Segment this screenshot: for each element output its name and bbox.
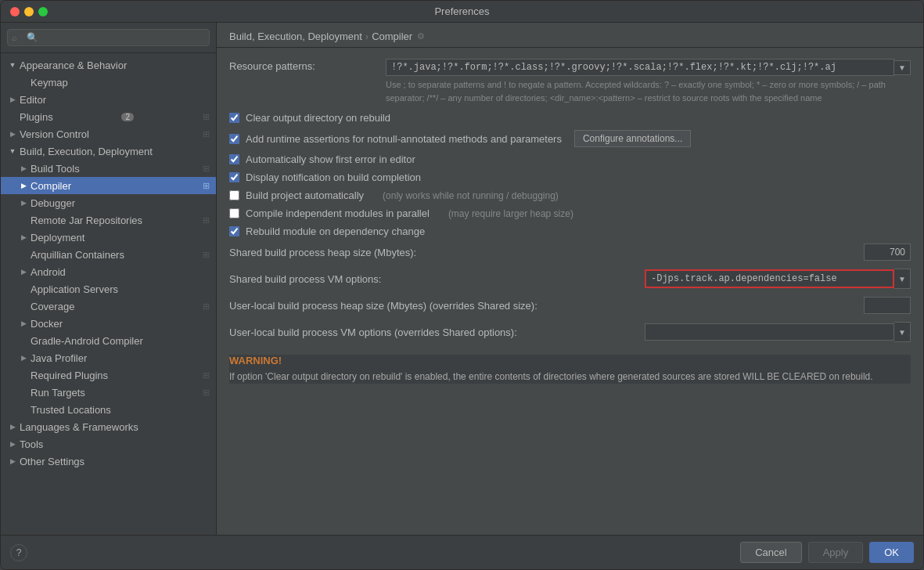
add-assertions-label: Add runtime assertions for notnull-annot… (246, 133, 562, 145)
resource-patterns-input[interactable] (386, 59, 894, 76)
content-body: Resource patterns: ▼ Use ; to separate p… (217, 48, 923, 535)
resource-patterns-row: Resource patterns: ▼ Use ; to separate p… (229, 59, 911, 104)
sidebar-item-version-control[interactable]: ▶ Version Control ⊞ (1, 125, 216, 142)
sidebar-item-label: Application Servers (31, 283, 118, 295)
sidebar-item-label: Build Tools (31, 163, 80, 175)
user-heap-label: User-local build process heap size (Mbyt… (229, 300, 864, 312)
arrow-icon (18, 404, 29, 415)
sidebar-item-label: Required Plugins (31, 370, 108, 381)
warning-title: WARNING! (229, 355, 911, 366)
preferences-window: Preferences ⌕ ▼ Appearance & Behavior Ke… (0, 0, 924, 570)
titlebar: Preferences (1, 1, 923, 23)
clear-output-row: Clear output directory on rebuild (229, 112, 911, 124)
sidebar-item-tools[interactable]: ▶ Tools (1, 435, 216, 453)
arrow-icon: ▼ (7, 60, 18, 70)
external-icon: ⊞ (203, 215, 210, 225)
sidebar-item-app-servers[interactable]: Application Servers (1, 280, 216, 298)
user-vm-row: User-local build process VM options (ove… (229, 322, 911, 342)
search-wrapper: ⌕ (7, 29, 210, 46)
arrow-icon: ▶ (7, 128, 18, 139)
bottom-left: ? (10, 544, 27, 561)
sidebar-item-label: Version Control (20, 128, 89, 140)
build-auto-checkbox[interactable] (229, 190, 239, 200)
arrow-icon (18, 249, 29, 260)
user-vm-input[interactable] (645, 323, 894, 341)
close-button[interactable] (10, 7, 20, 16)
search-icon: ⌕ (12, 33, 17, 42)
display-notification-checkbox[interactable] (229, 172, 239, 182)
arrow-icon (18, 335, 29, 346)
shared-heap-label: Shared build process heap size (Mbytes): (229, 247, 864, 258)
sidebar-item-other-settings[interactable]: ▶ Other Settings (1, 453, 216, 470)
shared-vm-input[interactable] (645, 269, 894, 288)
search-input[interactable] (7, 29, 210, 46)
search-box: ⌕ (1, 23, 216, 53)
sidebar-item-label: Build, Execution, Deployment (20, 146, 153, 157)
sidebar-item-appearance[interactable]: ▼ Appearance & Behavior (1, 56, 216, 74)
arrow-icon: ▶ (18, 352, 29, 363)
resource-patterns-label: Resource patterns: (229, 59, 386, 72)
sidebar-item-label: Deployment (31, 232, 84, 244)
shared-heap-input[interactable] (864, 244, 911, 261)
sidebar-item-remote-jar[interactable]: Remote Jar Repositories ⊞ (1, 211, 216, 229)
shared-vm-expand-button[interactable]: ▼ (894, 269, 911, 289)
compile-independent-checkbox[interactable] (229, 208, 239, 218)
maximize-button[interactable] (38, 7, 48, 16)
cancel-button[interactable]: Cancel (740, 542, 801, 563)
shared-vm-input-wrapper: ▼ (645, 269, 911, 289)
bottom-bar: ? Cancel Apply OK (1, 535, 923, 569)
sidebar-item-arquillian[interactable]: Arquillian Containers ⊞ (1, 246, 216, 263)
sidebar-item-compiler[interactable]: ▶ Compiler ⊞ (1, 177, 216, 194)
configure-annotations-button[interactable]: Configure annotations... (574, 130, 691, 147)
display-notification-row: Display notification on build completion (229, 171, 911, 183)
sidebar-item-build-exec-deploy[interactable]: ▼ Build, Execution, Deployment (1, 142, 216, 160)
sidebar-item-languages[interactable]: ▶ Languages & Frameworks (1, 418, 216, 435)
sidebar-item-java-profiler[interactable]: ▶ Java Profiler (1, 349, 216, 366)
help-button[interactable]: ? (10, 544, 27, 561)
minimize-button[interactable] (24, 7, 34, 16)
sidebar-item-keymap[interactable]: Keymap (1, 74, 216, 91)
resource-expand-button[interactable]: ▼ (894, 60, 911, 75)
arrow-icon (18, 370, 29, 381)
rebuild-on-change-checkbox[interactable] (229, 226, 239, 236)
ok-button[interactable]: OK (869, 542, 914, 563)
content-area: Build, Execution, Deployment › Compiler … (217, 23, 923, 535)
external-icon: ⊞ (203, 301, 210, 312)
sidebar-tree: ▼ Appearance & Behavior Keymap ▶ Editor … (1, 53, 216, 535)
sidebar-item-editor[interactable]: ▶ Editor (1, 91, 216, 108)
resource-patterns-hint: Use ; to separate patterns and ! to nega… (386, 78, 911, 104)
resource-patterns-value: ▼ Use ; to separate patterns and ! to ne… (386, 59, 911, 104)
sidebar-item-deployment[interactable]: ▶ Deployment (1, 229, 216, 246)
arrow-icon: ▶ (18, 163, 29, 174)
arrow-icon (7, 111, 18, 122)
main-content: ⌕ ▼ Appearance & Behavior Keymap ▶ Ed (1, 23, 923, 535)
clear-output-checkbox[interactable] (229, 113, 239, 123)
sidebar-item-build-tools[interactable]: ▶ Build Tools ⊞ (1, 160, 216, 177)
sidebar-item-trusted-locations[interactable]: Trusted Locations (1, 401, 216, 418)
user-heap-input[interactable] (864, 297, 911, 314)
user-vm-expand-button[interactable]: ▼ (894, 322, 911, 342)
sidebar-item-coverage[interactable]: Coverage ⊞ (1, 298, 216, 315)
add-assertions-row: Add runtime assertions for notnull-annot… (229, 130, 911, 147)
add-assertions-checkbox[interactable] (229, 134, 239, 144)
sidebar-item-label: Tools (20, 438, 43, 450)
arrow-icon (18, 387, 29, 398)
external-icon: ⊞ (203, 181, 210, 191)
sidebar-item-required-plugins[interactable]: Required Plugins ⊞ (1, 366, 216, 384)
shared-heap-row: Shared build process heap size (Mbytes): (229, 244, 911, 261)
sidebar-item-label: Other Settings (20, 456, 84, 467)
sidebar-item-run-targets[interactable]: Run Targets ⊞ (1, 384, 216, 401)
sidebar-item-docker[interactable]: ▶ Docker (1, 315, 216, 332)
sidebar-item-label: Appearance & Behavior (20, 60, 127, 71)
sidebar-item-gradle-android[interactable]: Gradle-Android Compiler (1, 332, 216, 349)
compile-independent-note: (may require larger heap size) (448, 208, 573, 219)
warning-box: WARNING! If option 'Clear output directo… (229, 355, 911, 384)
sidebar-item-plugins[interactable]: Plugins 2 ⊞ (1, 108, 216, 125)
plugins-badge: 2 (121, 113, 134, 121)
arrow-icon (18, 215, 29, 225)
auto-show-error-checkbox[interactable] (229, 154, 239, 164)
apply-button[interactable]: Apply (808, 542, 864, 563)
sidebar-item-android[interactable]: ▶ Android (1, 263, 216, 280)
sidebar-item-debugger[interactable]: ▶ Debugger (1, 194, 216, 211)
auto-show-error-label: Automatically show first error in editor (246, 153, 415, 165)
